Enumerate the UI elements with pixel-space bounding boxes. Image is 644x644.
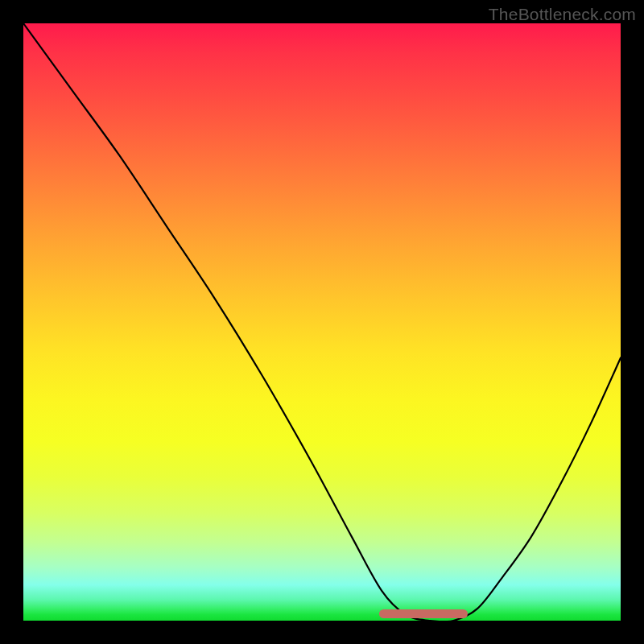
watermark-text: TheBottleneck.com	[489, 5, 636, 24]
chart-frame: TheBottleneck.com	[0, 0, 644, 644]
bottleneck-curve	[23, 23, 621, 621]
optimal-range-marker	[379, 609, 468, 618]
plot-area	[23, 23, 621, 621]
